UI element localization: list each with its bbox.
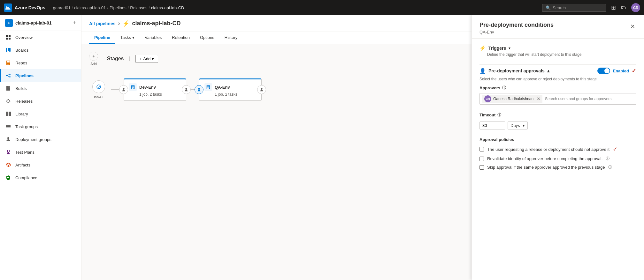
panel-body: ⚡ Triggers ▾ Define the trigger that wil… (472, 39, 644, 280)
grid-icon[interactable]: ⊞ (611, 4, 616, 11)
pre-deployment-button-dev-env[interactable] (119, 85, 128, 94)
add-stage-chevron: ▾ (152, 56, 154, 61)
triggers-section: ⚡ Triggers ▾ Define the trigger that wil… (479, 45, 636, 57)
breadcrumb-item-0[interactable]: ganrad01 (53, 5, 71, 10)
app-logo[interactable]: Azure DevOps (4, 4, 45, 12)
sidebar-item-taskgroups[interactable]: Task groups (0, 120, 81, 133)
all-pipelines-link[interactable]: All pipelines (89, 21, 115, 26)
pre-deployment-button-qa-env[interactable] (195, 85, 203, 94)
policy-checkbox-1[interactable] (479, 157, 484, 161)
artifacts-icon (5, 162, 12, 168)
svg-point-7 (6, 75, 7, 76)
sidebar-item-deploymentgroups[interactable]: Deployment groups (0, 133, 81, 146)
sidebar-item-releases[interactable]: Releases (0, 95, 81, 107)
policies-title: Approval policies (479, 137, 636, 142)
breadcrumb-item-3[interactable]: Releases (130, 5, 147, 10)
policy-info-icon-2[interactable]: ⓘ (608, 165, 612, 170)
panel-header: Pre-deployment conditions QA-Env ✕ (472, 15, 644, 39)
policy-text-0: The user requesting a release or deploym… (487, 147, 610, 152)
breadcrumb-item-1[interactable]: claims-api-lab-01 (74, 5, 106, 10)
breadcrumb-sep-3: / (149, 5, 150, 10)
approvals-icon: 👤 (479, 68, 486, 74)
triggers-row[interactable]: ⚡ Triggers ▾ (479, 45, 636, 51)
stages-divider: | (129, 56, 130, 62)
stage-card-dev-env[interactable]: Dev-Env 1 job, 2 tasks (124, 78, 186, 101)
bag-icon[interactable]: 🛍 (621, 5, 626, 11)
tab-retention[interactable]: Retention (167, 32, 195, 44)
search-placeholder: Search (553, 5, 566, 10)
policy-checkbox-0[interactable] (479, 147, 484, 151)
timeout-unit-select[interactable]: Days ▾ (508, 122, 528, 129)
tab-options[interactable]: Options (195, 32, 219, 44)
sidebar-item-builds[interactable]: Builds (0, 82, 81, 95)
overview-icon (5, 34, 12, 41)
post-deployment-button-qa-env[interactable] (257, 85, 266, 94)
pipelines-icon (5, 72, 12, 79)
ci-trigger-node[interactable] (92, 80, 105, 93)
breadcrumb: ganrad01 / claims-api-lab-01 / Pipelines… (53, 5, 540, 10)
ci-trigger-column: lab-CI (89, 80, 108, 99)
sidebar-item-library[interactable]: Library (0, 107, 81, 120)
svg-rect-13 (7, 112, 8, 116)
policy-info-icon-1[interactable]: ⓘ (606, 156, 610, 161)
policy-checkbox-2[interactable] (479, 165, 484, 170)
triggers-label: Triggers (488, 46, 506, 51)
approvers-info-icon[interactable]: ⓘ (502, 85, 506, 91)
post-deployment-button-dev-env[interactable] (182, 85, 191, 94)
timeout-unit-value: Days (510, 123, 520, 128)
left-add-button[interactable]: + (89, 52, 98, 61)
stage-card-qa-env[interactable]: QA-Env 1 job, 2 tasks (199, 78, 262, 101)
logo-icon (4, 4, 12, 12)
sidebar-item-testplans[interactable]: Test Plans (0, 146, 81, 158)
tab-variables[interactable]: Variables (140, 32, 167, 44)
triggers-description: Define the trigger that will start deplo… (487, 52, 636, 57)
approvals-toggle[interactable] (597, 68, 610, 74)
sidebar-item-label-releases: Releases (15, 99, 33, 104)
approver-remove-button[interactable]: ✕ (537, 96, 540, 101)
sidebar-item-compliance[interactable]: Compliance (0, 171, 81, 184)
approvers-input-row: GR Ganesh Radhakrishnan ✕ (479, 93, 636, 105)
sidebar-item-boards[interactable]: Boards (0, 44, 81, 56)
search-icon: 🔍 (546, 5, 551, 10)
svg-point-22 (198, 88, 200, 90)
svg-rect-2 (6, 38, 8, 40)
timeout-label: Timeout ⓘ (479, 112, 636, 118)
approvals-collapse-icon[interactable]: ▴ (547, 68, 549, 73)
tab-history[interactable]: History (219, 32, 242, 44)
add-project-button[interactable]: + (73, 20, 76, 26)
tab-tasks[interactable]: Tasks ▾ (115, 32, 140, 44)
svg-rect-3 (9, 38, 11, 40)
stage-card-inner-dev-env: Dev-Env 1 job, 2 tasks (124, 79, 186, 100)
approver-search-input[interactable] (545, 97, 633, 101)
timeout-section: Timeout ⓘ Days ▾ (479, 112, 636, 129)
stages-title: Stages (107, 56, 124, 62)
add-label-left: Add (90, 62, 97, 66)
add-stage-button[interactable]: + Add ▾ (135, 55, 158, 63)
stage-meta-dev-env: 1 job, 2 tasks (139, 92, 181, 97)
timeout-input[interactable] (479, 122, 505, 129)
search-box[interactable]: 🔍 Search (542, 4, 606, 12)
pipeline-title: All pipelines › ⚡ claims-api-lab-CD (89, 20, 181, 27)
tab-pipeline[interactable]: Pipeline (89, 32, 115, 44)
stage-meta-qa-env: 1 job, 2 tasks (215, 92, 256, 97)
panel-close-button[interactable]: ✕ (629, 22, 636, 31)
sidebar-item-overview[interactable]: Overview (0, 31, 81, 44)
stage-name-qa-env: QA-Env (215, 85, 230, 90)
library-icon (5, 111, 12, 117)
compliance-icon (5, 174, 12, 181)
approvers-label: Approvers ⓘ (479, 85, 636, 91)
pipeline-name: claims-api-lab-CD (132, 20, 180, 27)
sidebar-item-repos[interactable]: Repos (0, 56, 81, 69)
pipeline-title-icon: ⚡ (122, 20, 129, 27)
sidebar-project[interactable]: C claims-api-lab-01 (5, 19, 52, 27)
user-avatar[interactable]: GR (631, 3, 640, 12)
sidebar-item-pipelines[interactable]: Pipelines (0, 69, 81, 82)
breadcrumb-sep-1: / (107, 5, 108, 10)
sidebar-item-artifacts[interactable]: Artifacts (0, 158, 81, 171)
stage-card-icon-dev-env (129, 83, 137, 91)
top-nav-actions: 🔍 Search ⊞ 🛍 GR (542, 3, 640, 12)
timeout-info-icon[interactable]: ⓘ (497, 112, 501, 118)
svg-rect-14 (9, 112, 11, 116)
breadcrumb-item-2[interactable]: Pipelines (110, 5, 126, 10)
svg-rect-5 (8, 48, 9, 51)
